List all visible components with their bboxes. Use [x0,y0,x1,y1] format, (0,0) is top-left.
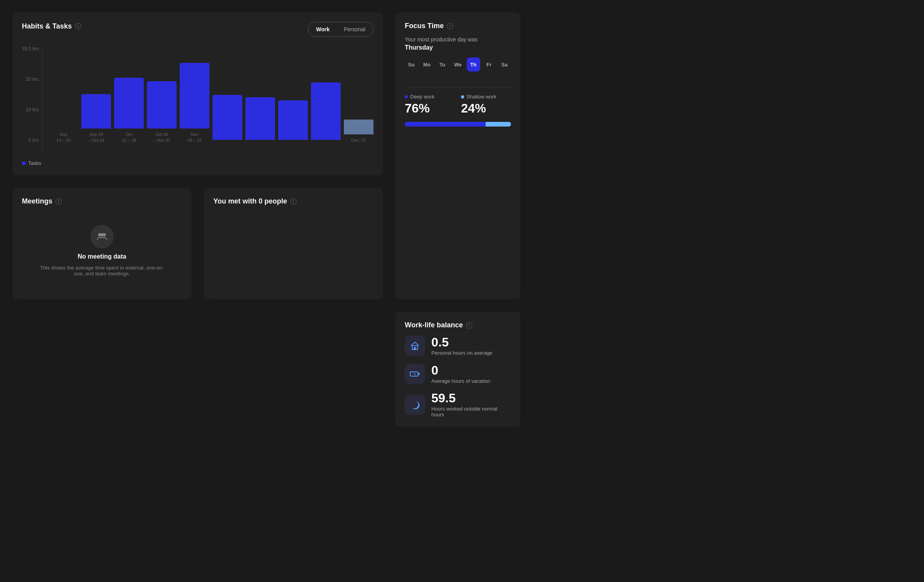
legend-dot [22,161,26,165]
meetings-section: Meetings i No meeting data This shows th… [13,188,191,299]
bar [344,120,374,134]
y-label-low: 10 hrs [22,107,39,112]
balance-section: Work-life balance i 0.5 Personal hours o… [395,312,520,427]
balance-items: 0.5 Personal hours on average 0 Average … [405,336,511,418]
balance-icon-0 [405,336,425,356]
divider [405,87,511,87]
bar [278,100,308,140]
bar-label: Sep 28 – Oct 04 [88,132,105,143]
day-pill[interactable]: Sa [498,57,511,71]
bar-label: Nov 09 – 15 [188,132,202,143]
personal-toggle-btn[interactable]: Personal [338,24,372,35]
legend-label: Tasks [28,160,41,166]
balance-value: 0 [431,364,490,377]
focus-bar-shallow [486,122,511,127]
habits-title: Habits & Tasks i [22,22,81,30]
meetings-title: Meetings i [22,197,182,205]
balance-desc: Average hours of vacation [431,378,490,384]
y-label-mid: 20 hrs [22,77,39,82]
bar [213,95,242,140]
habits-tasks-section: Habits & Tasks i Work Personal 39.5 hrs … [13,12,383,175]
day-pill[interactable]: Su [405,57,418,71]
focus-info-icon[interactable]: i [447,23,453,29]
day-pill[interactable]: Mo [420,57,434,71]
shallow-work-label: Shallow work [461,94,511,100]
meetings-title-text: Meetings [22,197,52,205]
balance-item: 0 Average hours of vacation [405,364,511,384]
bar [245,97,275,140]
day-pill[interactable]: Fr [483,57,496,71]
bar-group [213,46,242,143]
svg-rect-6 [418,373,420,375]
shallow-work-value: 24% [461,101,511,116]
work-toggle-btn[interactable]: Work [310,24,336,35]
bar-group: Sep 14 – 20 [48,46,78,143]
bar [147,81,177,129]
balance-item: 0.5 Personal hours on average [405,336,511,356]
balance-icon-2 [405,395,425,415]
bar-group: Sep 28 – Oct 04 [81,46,111,143]
work-personal-toggle: Work Personal [308,22,374,37]
meetings-empty-state: No meeting data This shows the average t… [22,212,182,290]
bar-label: Dec, 07 [351,137,366,143]
focus-bar-deep [405,122,486,127]
deep-work-dot [405,95,408,98]
met-with-title: You met with 0 people i [213,197,374,205]
meetings-empty-title: No meeting data [78,253,126,260]
bar-label: Sep 14 – 20 [56,132,71,143]
deep-work-stat: Deep work 76% [405,94,455,116]
svg-point-2 [100,233,104,236]
habits-chart: 39.5 hrs 20 hrs 10 hrs 0 hrs Sep 14 – 20… [22,46,374,155]
balance-info: 59.5 Hours worked outside normal hours [431,392,511,418]
shallow-work-dot [461,95,464,98]
focus-bar [405,122,511,127]
balance-info: 0.5 Personal hours on average [431,336,492,356]
bar-group [245,46,275,143]
habits-info-icon[interactable]: i [75,23,81,29]
day-pill[interactable]: Th [467,57,480,71]
svg-rect-4 [414,347,416,350]
bar-group: Dec, 07 [344,46,374,143]
balance-info-icon[interactable]: i [466,322,472,328]
deep-work-value: 76% [405,101,455,116]
balance-title-text: Work-life balance [405,321,463,329]
shallow-work-stat: Shallow work 24% [461,94,511,116]
habits-title-text: Habits & Tasks [22,22,72,30]
focus-title-text: Focus Time [405,22,444,30]
bar-group: Nov 09 – 15 [180,46,209,143]
bar-group: Oct 26 – Nov 01 [147,46,177,143]
balance-value: 0.5 [431,336,492,348]
productive-day: Thursday [405,44,511,51]
balance-icon-1 [405,364,425,384]
met-with-section: You met with 0 people i [204,188,383,299]
day-pills: SuMoTuWeThFrSa [405,57,511,71]
bar [311,82,341,140]
bar-group [311,46,341,143]
bar-group [278,46,308,143]
balance-info: 0 Average hours of vacation [431,364,490,384]
meetings-empty-icon [90,225,114,248]
deep-work-label: Deep work [405,94,455,100]
meetings-empty-desc: This shows the average time spent in ext… [36,265,168,277]
focus-title: Focus Time i [405,22,511,30]
meetings-info-icon[interactable]: i [55,198,62,205]
y-axis: 39.5 hrs 20 hrs 10 hrs 0 hrs [22,46,39,155]
work-stats: Deep work 76% Shallow work 24% [405,94,511,116]
balance-value: 59.5 [431,392,511,404]
met-with-title-text: You met with 0 people [213,197,287,205]
day-pill[interactable]: We [451,57,465,71]
balance-item: 59.5 Hours worked outside normal hours [405,392,511,418]
balance-desc: Personal hours on average [431,350,492,356]
bar [114,78,144,129]
y-label-top: 39.5 hrs [22,46,39,52]
met-with-info-icon[interactable]: i [290,198,297,205]
bar-label: Oct 12 – 18 [122,132,136,143]
balance-title: Work-life balance i [405,321,511,329]
productive-prefix: Your most productive day was [405,36,511,43]
day-pill[interactable]: Tu [436,57,449,71]
balance-desc: Hours worked outside normal hours [431,406,511,418]
y-label-bottom: 0 hrs [22,137,39,143]
focus-section: Focus Time i Your most productive day wa… [395,12,520,299]
chart-legend: Tasks [22,160,374,166]
bar-group: Oct 12 – 18 [114,46,144,143]
